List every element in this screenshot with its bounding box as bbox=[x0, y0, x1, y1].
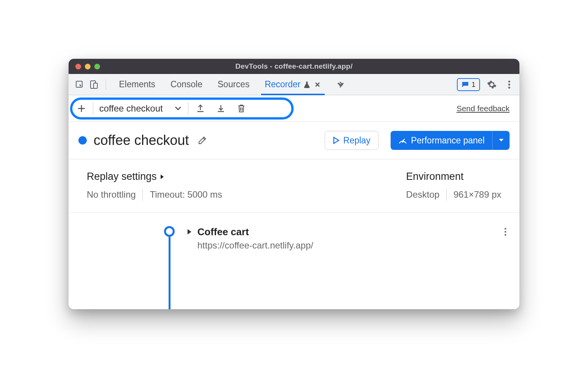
environment-section: Environment Desktop 961×789 px bbox=[406, 171, 501, 201]
svg-point-3 bbox=[508, 80, 510, 82]
svg-rect-2 bbox=[94, 83, 97, 88]
window-title: DevTools - coffee-cart.netlify.app/ bbox=[69, 62, 519, 71]
zoom-window-button[interactable] bbox=[94, 64, 100, 69]
issues-count: 1 bbox=[471, 80, 475, 89]
devtools-tabstrip: Elements Console Sources Recorder 1 bbox=[69, 74, 519, 95]
environment-heading: Environment bbox=[406, 171, 501, 182]
step-connector-line bbox=[169, 237, 170, 309]
tab-elements[interactable]: Elements bbox=[117, 74, 158, 95]
close-tab-icon[interactable] bbox=[314, 81, 321, 88]
step-node-icon bbox=[164, 226, 175, 237]
recording-settings: Replay settings No throttling Timeout: 5… bbox=[69, 159, 519, 212]
import-recording-icon[interactable] bbox=[215, 102, 227, 115]
minimize-window-button[interactable] bbox=[85, 64, 91, 69]
more-menu-icon[interactable] bbox=[504, 79, 515, 90]
tab-label: Elements bbox=[119, 79, 155, 90]
performance-panel-label: Performance panel bbox=[411, 135, 485, 146]
send-feedback-link[interactable]: Send feedback bbox=[457, 104, 510, 113]
svg-point-8 bbox=[505, 231, 507, 233]
devtools-window: DevTools - coffee-cart.netlify.app/ Elem… bbox=[69, 59, 519, 309]
tab-label: Recorder bbox=[265, 79, 301, 90]
delete-recording-icon[interactable] bbox=[235, 102, 247, 115]
svg-point-6 bbox=[402, 141, 403, 142]
export-recording-icon[interactable] bbox=[194, 102, 206, 115]
recording-status-dot bbox=[78, 136, 87, 145]
expand-triangle-icon[interactable] bbox=[187, 228, 192, 235]
separator bbox=[93, 102, 93, 115]
svg-point-5 bbox=[508, 86, 510, 88]
step-more-menu-icon[interactable] bbox=[504, 228, 507, 236]
tab-label: Sources bbox=[217, 79, 249, 90]
tab-console[interactable]: Console bbox=[168, 74, 205, 95]
tab-sources[interactable]: Sources bbox=[215, 74, 252, 95]
performance-panel-split-button: Performance panel bbox=[391, 131, 510, 150]
chevron-down-icon bbox=[174, 106, 182, 111]
experiment-flask-icon bbox=[303, 81, 310, 88]
replay-settings-heading[interactable]: Replay settings bbox=[87, 171, 222, 182]
performance-panel-dropdown[interactable] bbox=[492, 131, 510, 150]
separator bbox=[188, 102, 188, 115]
recording-selector[interactable]: coffee checkout bbox=[97, 103, 184, 114]
tab-recorder[interactable]: Recorder bbox=[263, 74, 324, 95]
recording-title: coffee checkout bbox=[94, 132, 189, 148]
recorder-toolbar: coffee checkout Send feedback bbox=[69, 95, 519, 122]
edit-name-icon[interactable] bbox=[197, 135, 207, 145]
device-toolbar-icon[interactable] bbox=[88, 78, 100, 91]
recorder-actions bbox=[194, 102, 247, 115]
close-window-button[interactable] bbox=[75, 64, 81, 69]
svg-point-7 bbox=[505, 228, 507, 230]
step-title: Coffee cart bbox=[197, 226, 313, 238]
recording-steps: Coffee cart https://coffee-cart.netlify.… bbox=[69, 212, 519, 309]
expand-triangle-icon bbox=[160, 174, 164, 180]
svg-point-9 bbox=[505, 234, 507, 236]
step-row[interactable]: Coffee cart https://coffee-cart.netlify.… bbox=[167, 226, 510, 251]
environment-device: Desktop bbox=[406, 189, 439, 200]
recording-selector-label: coffee checkout bbox=[99, 103, 163, 114]
traffic-lights bbox=[69, 64, 100, 69]
tab-label: Console bbox=[170, 79, 202, 90]
replay-button-label: Replay bbox=[343, 135, 371, 146]
heading-label: Replay settings bbox=[87, 171, 157, 182]
timeout-value: Timeout: 5000 ms bbox=[150, 189, 222, 200]
tabstrip-right: 1 bbox=[457, 78, 516, 91]
separator bbox=[142, 189, 143, 201]
separator bbox=[446, 189, 447, 201]
more-tabs-button[interactable] bbox=[334, 74, 347, 95]
titlebar: DevTools - coffee-cart.netlify.app/ bbox=[69, 59, 519, 74]
separator bbox=[106, 79, 106, 90]
throttling-value: No throttling bbox=[87, 189, 136, 200]
inspect-element-icon[interactable] bbox=[73, 78, 86, 91]
replay-button[interactable]: Replay bbox=[325, 131, 378, 150]
performance-panel-button[interactable]: Performance panel bbox=[391, 131, 492, 150]
recording-header: coffee checkout Replay Performance panel bbox=[69, 122, 519, 159]
environment-viewport: 961×789 px bbox=[454, 189, 501, 200]
settings-gear-icon[interactable] bbox=[486, 79, 497, 90]
new-recording-button[interactable] bbox=[74, 101, 89, 116]
step-subtitle: https://coffee-cart.netlify.app/ bbox=[197, 240, 313, 251]
panel-tabs: Elements Console Sources Recorder bbox=[117, 74, 347, 95]
svg-point-4 bbox=[508, 83, 510, 85]
replay-settings-section: Replay settings No throttling Timeout: 5… bbox=[87, 171, 222, 201]
issues-badge[interactable]: 1 bbox=[457, 78, 480, 91]
